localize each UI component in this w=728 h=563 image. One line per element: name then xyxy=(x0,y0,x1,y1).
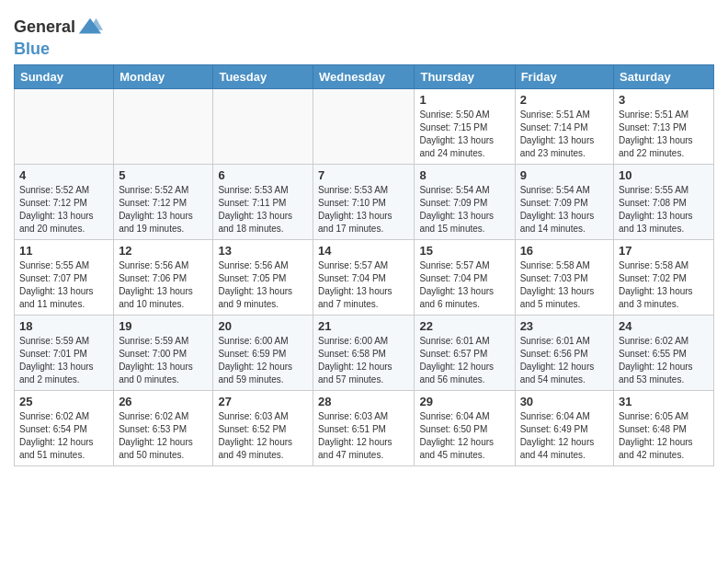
calendar-cell: 26Sunrise: 6:02 AM Sunset: 6:53 PM Dayli… xyxy=(114,390,213,465)
day-number: 20 xyxy=(218,319,308,333)
calendar-cell: 25Sunrise: 6:02 AM Sunset: 6:54 PM Dayli… xyxy=(15,390,114,465)
calendar-week-row: 18Sunrise: 5:59 AM Sunset: 7:01 PM Dayli… xyxy=(15,315,714,390)
calendar-week-row: 4Sunrise: 5:52 AM Sunset: 7:12 PM Daylig… xyxy=(15,164,714,239)
day-info: Sunrise: 5:58 AM Sunset: 7:03 PM Dayligh… xyxy=(520,259,609,311)
day-number: 1 xyxy=(419,93,509,107)
logo-text-line2: Blue xyxy=(14,40,50,58)
day-info: Sunrise: 5:52 AM Sunset: 7:12 PM Dayligh… xyxy=(19,184,108,236)
day-info: Sunrise: 5:55 AM Sunset: 7:08 PM Dayligh… xyxy=(619,184,709,236)
day-info: Sunrise: 5:59 AM Sunset: 7:00 PM Dayligh… xyxy=(119,335,208,386)
day-number: 16 xyxy=(520,244,609,258)
calendar-cell: 1Sunrise: 5:50 AM Sunset: 7:15 PM Daylig… xyxy=(415,88,515,164)
calendar-header-row: SundayMondayTuesdayWednesdayThursdayFrid… xyxy=(15,64,714,88)
calendar-cell xyxy=(213,88,313,164)
calendar-cell: 10Sunrise: 5:55 AM Sunset: 7:08 PM Dayli… xyxy=(614,164,714,239)
day-number: 21 xyxy=(318,319,409,333)
day-number: 3 xyxy=(619,93,709,107)
calendar-cell: 16Sunrise: 5:58 AM Sunset: 7:03 PM Dayli… xyxy=(515,239,613,315)
day-number: 5 xyxy=(119,168,208,182)
day-info: Sunrise: 6:01 AM Sunset: 6:57 PM Dayligh… xyxy=(419,335,509,386)
day-number: 29 xyxy=(419,395,509,408)
calendar-cell: 27Sunrise: 6:03 AM Sunset: 6:52 PM Dayli… xyxy=(213,390,313,465)
day-info: Sunrise: 5:59 AM Sunset: 7:01 PM Dayligh… xyxy=(19,335,108,386)
calendar-cell: 21Sunrise: 6:00 AM Sunset: 6:58 PM Dayli… xyxy=(313,315,415,390)
day-number: 13 xyxy=(218,244,308,258)
calendar-table: SundayMondayTuesdayWednesdayThursdayFrid… xyxy=(14,64,714,466)
logo-text-line1: General xyxy=(14,18,75,37)
day-info: Sunrise: 5:57 AM Sunset: 7:04 PM Dayligh… xyxy=(318,259,409,311)
day-number: 8 xyxy=(419,168,509,182)
day-number: 15 xyxy=(419,244,509,258)
calendar-cell: 18Sunrise: 5:59 AM Sunset: 7:01 PM Dayli… xyxy=(15,315,114,390)
calendar-cell: 2Sunrise: 5:51 AM Sunset: 7:14 PM Daylig… xyxy=(515,88,613,164)
day-info: Sunrise: 5:56 AM Sunset: 7:06 PM Dayligh… xyxy=(119,259,208,311)
day-number: 18 xyxy=(19,319,108,333)
day-info: Sunrise: 6:03 AM Sunset: 6:51 PM Dayligh… xyxy=(318,410,409,462)
day-info: Sunrise: 6:03 AM Sunset: 6:52 PM Dayligh… xyxy=(218,410,308,462)
calendar-cell: 8Sunrise: 5:54 AM Sunset: 7:09 PM Daylig… xyxy=(415,164,515,239)
calendar-cell: 30Sunrise: 6:04 AM Sunset: 6:49 PM Dayli… xyxy=(515,390,613,465)
day-number: 30 xyxy=(520,395,609,408)
day-number: 19 xyxy=(119,319,208,333)
day-info: Sunrise: 6:02 AM Sunset: 6:55 PM Dayligh… xyxy=(619,335,709,386)
day-number: 31 xyxy=(619,395,709,408)
calendar-week-row: 11Sunrise: 5:55 AM Sunset: 7:07 PM Dayli… xyxy=(15,239,714,315)
calendar-header-monday: Monday xyxy=(114,64,213,88)
day-info: Sunrise: 5:51 AM Sunset: 7:13 PM Dayligh… xyxy=(619,109,709,160)
logo: General Blue xyxy=(14,15,103,59)
calendar-cell xyxy=(313,88,415,164)
calendar-cell: 13Sunrise: 5:56 AM Sunset: 7:05 PM Dayli… xyxy=(213,239,313,315)
day-number: 12 xyxy=(119,244,208,258)
day-number: 7 xyxy=(318,168,409,182)
day-info: Sunrise: 5:54 AM Sunset: 7:09 PM Dayligh… xyxy=(520,184,609,236)
day-number: 26 xyxy=(119,395,208,408)
calendar-header-tuesday: Tuesday xyxy=(213,64,313,88)
day-number: 17 xyxy=(619,244,709,258)
calendar-header-sunday: Sunday xyxy=(15,64,114,88)
day-number: 2 xyxy=(520,93,609,107)
calendar-cell: 3Sunrise: 5:51 AM Sunset: 7:13 PM Daylig… xyxy=(614,88,714,164)
day-info: Sunrise: 5:58 AM Sunset: 7:02 PM Dayligh… xyxy=(619,259,709,311)
calendar-cell: 9Sunrise: 5:54 AM Sunset: 7:09 PM Daylig… xyxy=(515,164,613,239)
calendar-header-wednesday: Wednesday xyxy=(313,64,415,88)
day-number: 11 xyxy=(19,244,108,258)
day-number: 14 xyxy=(318,244,409,258)
day-info: Sunrise: 5:55 AM Sunset: 7:07 PM Dayligh… xyxy=(19,259,108,311)
calendar-cell: 6Sunrise: 5:53 AM Sunset: 7:11 PM Daylig… xyxy=(213,164,313,239)
day-number: 22 xyxy=(419,319,509,333)
calendar-cell: 31Sunrise: 6:05 AM Sunset: 6:48 PM Dayli… xyxy=(614,390,714,465)
calendar-cell: 15Sunrise: 5:57 AM Sunset: 7:04 PM Dayli… xyxy=(415,239,515,315)
calendar-header-thursday: Thursday xyxy=(415,64,515,88)
day-info: Sunrise: 5:50 AM Sunset: 7:15 PM Dayligh… xyxy=(419,109,509,160)
day-info: Sunrise: 6:04 AM Sunset: 6:50 PM Dayligh… xyxy=(419,410,509,462)
day-info: Sunrise: 5:53 AM Sunset: 7:11 PM Dayligh… xyxy=(218,184,308,236)
calendar-header-saturday: Saturday xyxy=(614,64,714,88)
day-number: 4 xyxy=(19,168,108,182)
day-info: Sunrise: 5:51 AM Sunset: 7:14 PM Dayligh… xyxy=(520,109,609,160)
logo-icon xyxy=(77,15,103,40)
calendar-cell xyxy=(114,88,213,164)
day-number: 23 xyxy=(520,319,609,333)
calendar-cell: 22Sunrise: 6:01 AM Sunset: 6:57 PM Dayli… xyxy=(415,315,515,390)
day-info: Sunrise: 6:00 AM Sunset: 6:59 PM Dayligh… xyxy=(218,335,308,386)
calendar-cell: 24Sunrise: 6:02 AM Sunset: 6:55 PM Dayli… xyxy=(614,315,714,390)
calendar-week-row: 25Sunrise: 6:02 AM Sunset: 6:54 PM Dayli… xyxy=(15,390,714,465)
day-info: Sunrise: 5:57 AM Sunset: 7:04 PM Dayligh… xyxy=(419,259,509,311)
day-info: Sunrise: 5:56 AM Sunset: 7:05 PM Dayligh… xyxy=(218,259,308,311)
calendar-cell: 17Sunrise: 5:58 AM Sunset: 7:02 PM Dayli… xyxy=(614,239,714,315)
day-number: 25 xyxy=(19,395,108,408)
day-number: 10 xyxy=(619,168,709,182)
day-info: Sunrise: 6:01 AM Sunset: 6:56 PM Dayligh… xyxy=(520,335,609,386)
calendar-cell: 23Sunrise: 6:01 AM Sunset: 6:56 PM Dayli… xyxy=(515,315,613,390)
calendar-cell: 7Sunrise: 5:53 AM Sunset: 7:10 PM Daylig… xyxy=(313,164,415,239)
calendar-cell: 28Sunrise: 6:03 AM Sunset: 6:51 PM Dayli… xyxy=(313,390,415,465)
day-info: Sunrise: 6:05 AM Sunset: 6:48 PM Dayligh… xyxy=(619,410,709,462)
calendar-header-friday: Friday xyxy=(515,64,613,88)
calendar-cell: 11Sunrise: 5:55 AM Sunset: 7:07 PM Dayli… xyxy=(15,239,114,315)
calendar-cell: 5Sunrise: 5:52 AM Sunset: 7:12 PM Daylig… xyxy=(114,164,213,239)
day-number: 9 xyxy=(520,168,609,182)
day-info: Sunrise: 6:04 AM Sunset: 6:49 PM Dayligh… xyxy=(520,410,609,462)
day-info: Sunrise: 5:52 AM Sunset: 7:12 PM Dayligh… xyxy=(119,184,208,236)
day-number: 27 xyxy=(218,395,308,408)
day-info: Sunrise: 5:53 AM Sunset: 7:10 PM Dayligh… xyxy=(318,184,409,236)
